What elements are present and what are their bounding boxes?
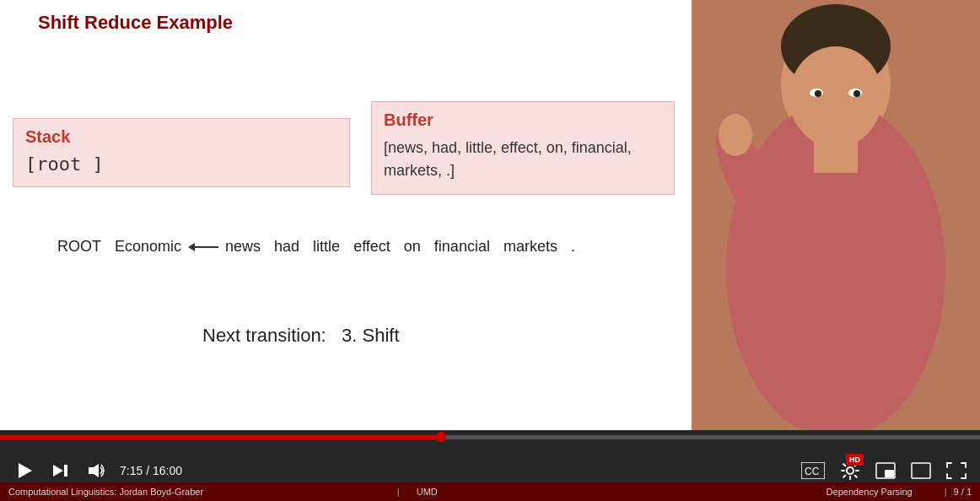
parse-row: ROOT Economic news had little effect on … [51, 238, 582, 256]
volume-button[interactable] [84, 459, 108, 482]
theater-icon [911, 462, 931, 479]
info-sep1: | [397, 487, 400, 497]
miniplayer-button[interactable] [875, 462, 896, 479]
next-transition-label: Next transition: [202, 325, 326, 346]
info-page: 9 / 1 [954, 487, 972, 497]
video-container: Shift Reduce Example Stack [root ] Buffe… [0, 0, 980, 501]
slide-area: Shift Reduce Example Stack [root ] Buffe… [0, 0, 692, 430]
econ-news-arrow [188, 243, 218, 251]
progress-dot [436, 432, 446, 442]
buffer-box: Buffer [news, had, little, effect, on, f… [371, 101, 675, 195]
fullscreen-icon [946, 462, 967, 479]
svg-point-5 [789, 46, 882, 148]
svg-point-9 [853, 90, 860, 97]
right-controls: CC HD [801, 461, 967, 481]
svg-rect-20 [912, 463, 930, 478]
svg-point-17 [847, 467, 853, 474]
parse-word-period: . [564, 238, 582, 256]
stack-label: Stack [25, 127, 337, 147]
parse-word-news: news [218, 238, 267, 256]
next-transition: Next transition: 3. Shift [202, 325, 400, 347]
svg-rect-13 [64, 465, 67, 477]
svg-point-8 [815, 90, 821, 97]
volume-icon [87, 461, 105, 480]
arrow-shaft [195, 246, 218, 248]
slide-title: Shift Reduce Example [38, 12, 233, 34]
info-sep2: | [945, 487, 947, 497]
subtitles-icon: CC [801, 462, 825, 479]
parse-word-effect: effect [347, 238, 397, 256]
svg-marker-14 [89, 464, 99, 477]
svg-marker-12 [53, 465, 63, 477]
stack-box: Stack [root ] [13, 118, 350, 187]
parse-word-markets: markets [497, 238, 564, 256]
skip-icon [51, 461, 70, 480]
buffer-content: [news, had, little, effect, on, financia… [384, 137, 662, 182]
svg-text:CC: CC [805, 466, 820, 477]
settings-button[interactable]: HD [840, 461, 860, 481]
skip-button[interactable] [49, 459, 73, 482]
info-topic: Dependency Parsing [827, 487, 913, 497]
fullscreen-button[interactable] [946, 462, 967, 479]
info-bar: Computational Linguistics: Jordan Boyd-G… [0, 482, 980, 501]
arrow-head [188, 243, 195, 251]
subtitles-button[interactable]: CC [801, 462, 825, 479]
progress-filled [0, 435, 441, 439]
controls-bar: 7:15 / 16:00 CC HD [0, 430, 980, 501]
parse-word-root: ROOT [51, 238, 108, 256]
theater-button[interactable] [911, 462, 931, 479]
progress-bar-area[interactable] [0, 435, 980, 439]
stack-content: [root ] [25, 154, 337, 175]
play-button[interactable] [13, 459, 37, 482]
svg-point-11 [719, 114, 752, 156]
info-institution: UMD [417, 487, 438, 497]
parse-word-little: little [306, 238, 347, 256]
person-area [692, 0, 980, 430]
info-course: Computational Linguistics: Jordan Boyd-G… [8, 487, 389, 497]
hd-badge: HD [846, 454, 864, 466]
time-display: 7:15 / 16:00 [120, 464, 182, 477]
parse-word-economic: Economic [108, 238, 188, 256]
next-transition-value: 3. Shift [342, 325, 399, 346]
parse-word-on: on [397, 238, 428, 256]
miniplayer-icon [875, 462, 896, 479]
play-icon [19, 463, 32, 478]
parse-word-financial: financial [428, 238, 497, 256]
svg-rect-19 [885, 470, 894, 477]
parse-word-had: had [267, 238, 306, 256]
person-silhouette [692, 0, 980, 430]
buffer-label: Buffer [384, 110, 662, 130]
